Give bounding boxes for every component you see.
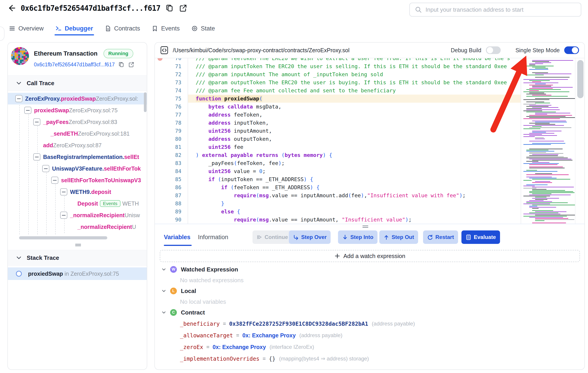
call-tree-row[interactable]: DepositEvents WETH	[8, 198, 147, 209]
minimap[interactable]	[521, 58, 575, 224]
restart-button[interactable]: Restart	[423, 231, 458, 244]
copy-icon[interactable]	[118, 61, 125, 68]
code-line: 90 require(msg.value == inputAmount, "In…	[155, 216, 521, 224]
copy-icon[interactable]	[165, 4, 174, 12]
step-out-button[interactable]: Step Out	[379, 231, 418, 244]
collapse-icon[interactable]	[60, 188, 67, 195]
tab-information[interactable]: Information	[198, 231, 228, 244]
add-watch-expression[interactable]: Add a watch expression	[160, 250, 580, 262]
line-number[interactable]: 82	[155, 151, 188, 159]
collapse-icon[interactable]	[24, 107, 32, 114]
evaluate-button[interactable]: Evaluate	[462, 231, 500, 244]
line-number[interactable]: 79	[155, 127, 188, 135]
stack-trace-section-header[interactable]: Stack Trace	[8, 250, 147, 266]
line-number[interactable]: 73	[155, 79, 188, 87]
call-tree-row[interactable]: add ZeroExProxy.sol:87	[8, 140, 147, 151]
line-number[interactable]: 70	[155, 58, 188, 62]
sidebar-resize-handle[interactable]	[75, 244, 81, 247]
line-number[interactable]: 74	[155, 87, 188, 95]
tab-variables[interactable]: Variables	[164, 231, 190, 244]
code-editor[interactable]: 70/// @param feeToken The ERC20 we wish …	[155, 58, 585, 224]
code-line: 72/// @param inputAmount The amount of _…	[155, 71, 521, 79]
collapse-icon[interactable]	[15, 95, 22, 102]
section-letter-badge: L	[170, 288, 177, 294]
status-badge: Running	[104, 49, 133, 58]
line-number[interactable]: 88	[155, 200, 188, 208]
transaction-panel: Ethereum Transaction Running 0x6c1fb7ef5…	[7, 42, 147, 370]
code-line: 87 require(msg.value == inputAmount.add(…	[155, 192, 521, 200]
transaction-address[interactable]: 0x6c1fb7ef5265447d1baff3cf...f617	[34, 62, 115, 68]
variable-section-header[interactable]: WWatched Expression	[162, 264, 579, 275]
call-tree-row[interactable]: _sendETH ZeroExProxy.sol:181	[8, 128, 147, 140]
panel-resize-handle[interactable]	[362, 225, 368, 228]
call-tree-row[interactable]: ZeroExProxy.proxiedSwap ZeroExProxy.sol:	[8, 93, 147, 104]
external-link-icon[interactable]	[128, 61, 135, 68]
call-trace-section-header[interactable]: Call Trace	[8, 75, 147, 91]
search-input[interactable]	[426, 6, 576, 13]
empty-state-text: No local variables	[162, 296, 579, 307]
collapse-icon[interactable]	[60, 212, 67, 219]
debug-build-toggle[interactable]	[486, 46, 501, 54]
app-window: 0x6c1fb7ef5265447d1baff3cf...f617 Overvi…	[0, 0, 588, 373]
tree-scrollbar-horizontal[interactable]	[19, 236, 107, 239]
line-number[interactable]: 75	[155, 95, 188, 103]
call-tree-row[interactable]: _payFees ZeroExProxy.sol:83	[8, 116, 147, 128]
collapse-icon[interactable]	[42, 165, 49, 172]
continue-icon	[257, 234, 262, 240]
line-number[interactable]: 83	[155, 159, 188, 167]
tree-scrollbar-vertical[interactable]	[144, 92, 147, 112]
tab-events[interactable]: Events	[152, 21, 180, 35]
single-step-mode-toggle[interactable]	[564, 46, 579, 54]
step-into-button[interactable]: Step Into	[338, 231, 378, 244]
line-number[interactable]: 90	[155, 216, 188, 224]
line-number[interactable]: 85	[155, 175, 188, 183]
line-number[interactable]: 87	[155, 192, 188, 200]
line-number[interactable]: 80	[155, 135, 188, 143]
continue-button[interactable]: Continue	[252, 231, 292, 244]
variable-section-header[interactable]: CContract	[162, 307, 579, 318]
line-number[interactable]: 86	[155, 183, 188, 192]
line-number[interactable]: 77	[155, 111, 188, 119]
call-tree-row[interactable]: UniswapV3Feature.sellEthForTok	[8, 163, 147, 174]
tab-debugger[interactable]: Debugger	[55, 21, 93, 35]
line-number[interactable]: 89	[155, 208, 188, 216]
scrollbar-thumb[interactable]	[577, 60, 584, 98]
collapse-icon[interactable]	[33, 118, 40, 126]
breakpoint-dot[interactable]	[158, 58, 162, 61]
drawer-handle[interactable]	[0, 26, 4, 41]
call-tree-row[interactable]: WETH9.deposit	[8, 186, 147, 198]
line-number[interactable]: 76	[155, 103, 188, 111]
tab-state[interactable]: State	[191, 21, 215, 35]
stack-frame-row[interactable]: proxiedSwap in ZeroExProxy.sol:75	[8, 267, 147, 280]
variable-section-header[interactable]: LLocal	[162, 286, 579, 296]
step-over-button[interactable]: Step Over	[289, 231, 331, 244]
line-number[interactable]: 78	[155, 119, 188, 127]
call-tree-row[interactable]: _normalizeRecipient Unisw	[8, 209, 147, 221]
call-tree-row[interactable]: _normalizeRecipient U	[8, 221, 147, 233]
line-number[interactable]: 84	[155, 167, 188, 175]
tab-overview[interactable]: Overview	[9, 21, 44, 35]
variable-row[interactable]: _beneficiary=0x382fFCe2287252F930E1C8DC9…	[162, 318, 579, 330]
editor-scrollbar[interactable]	[575, 58, 585, 224]
collapse-icon[interactable]	[33, 153, 40, 161]
plus-icon	[334, 253, 340, 259]
tab-contracts[interactable]: Contracts	[105, 21, 140, 35]
back-icon[interactable]	[7, 4, 16, 12]
variable-row[interactable]: _allowanceTarget=0x: Exchange Proxy(addr…	[162, 330, 579, 341]
code-line: 77 address feeToken,	[155, 111, 521, 119]
page-title: 0x6c1fb7ef5265447d1baff3cf...f617	[21, 4, 160, 12]
variable-row[interactable]: _implementationOverrides={}(mapping(byte…	[162, 353, 579, 364]
step-into-icon	[342, 234, 348, 240]
line-number[interactable]: 81	[155, 143, 188, 151]
line-number[interactable]: 71	[155, 62, 188, 71]
collapse-icon[interactable]	[51, 177, 58, 184]
line-number[interactable]: 72	[155, 71, 188, 79]
call-tree-row[interactable]: proxiedSwap ZeroExProxy.sol:75	[8, 104, 147, 116]
step-over-icon	[293, 234, 299, 240]
chevron-down-icon	[16, 80, 22, 86]
call-tree-row[interactable]: BaseRegistrarImplementation.sellEt	[8, 151, 147, 163]
variable-row[interactable]: _zeroEx=0x: Exchange Proxy(interface IZe…	[162, 341, 579, 353]
call-tree-row[interactable]: sellEthForTokenToUniswapV3	[8, 174, 147, 186]
variables-panel: WWatched ExpressionNo watched expression…	[162, 264, 579, 364]
external-link-icon[interactable]	[179, 4, 187, 12]
